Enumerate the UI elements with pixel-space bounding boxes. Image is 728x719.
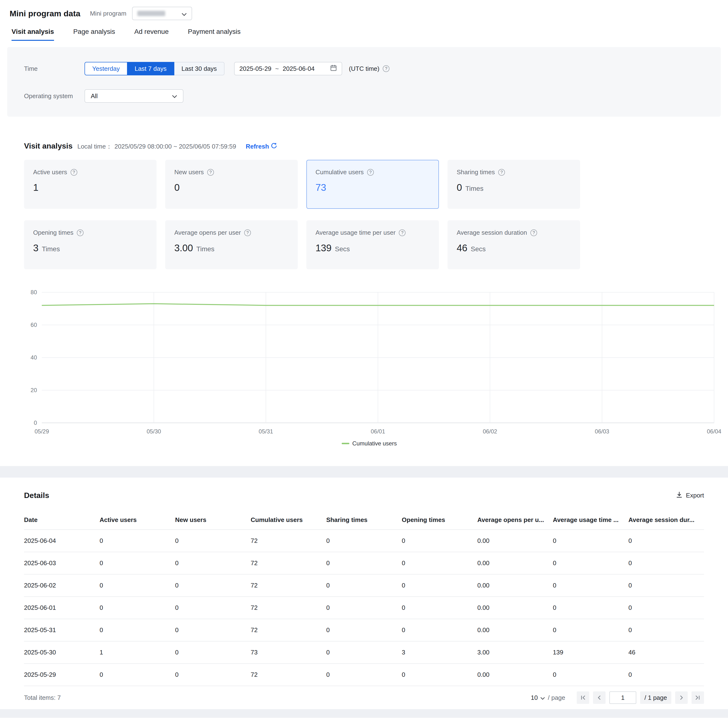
metric-card-opening-times[interactable]: Opening times?3Times bbox=[24, 220, 156, 269]
table-cell: 0 bbox=[326, 530, 402, 552]
table-cell: 0 bbox=[99, 597, 175, 619]
time-option-last-7-days[interactable]: Last 7 days bbox=[127, 62, 174, 75]
table-cell: 0 bbox=[629, 619, 704, 641]
last-page-button[interactable] bbox=[691, 692, 704, 704]
table-cell: 0 bbox=[326, 574, 402, 597]
svg-text:06/01: 06/01 bbox=[371, 428, 385, 435]
page-input[interactable] bbox=[609, 692, 636, 704]
chevron-down-icon bbox=[540, 694, 545, 701]
time-option-last-30-days[interactable]: Last 30 days bbox=[174, 62, 225, 75]
section-gap bbox=[0, 466, 728, 478]
date-range-picker[interactable]: 2025-05-29~2025-06-04 bbox=[234, 62, 342, 75]
metric-card-average-opens-per-user[interactable]: Average opens per user?3.00Times bbox=[165, 220, 298, 269]
total-items-label: Total items: 7 bbox=[24, 694, 61, 701]
table-row: 2025-06-020072000.0000 bbox=[24, 574, 704, 597]
page-size-value: 10 bbox=[531, 694, 538, 701]
table-cell: 0 bbox=[629, 574, 704, 597]
metric-card-sharing-times[interactable]: Sharing times?0Times bbox=[448, 160, 580, 209]
date-end: 2025-06-04 bbox=[283, 65, 315, 72]
table-cell: 2025-06-04 bbox=[24, 530, 99, 552]
table-cell: 0 bbox=[175, 574, 251, 597]
table-row: 2025-05-310072000.0000 bbox=[24, 619, 704, 641]
date-start: 2025-05-29 bbox=[239, 65, 271, 72]
prev-page-button[interactable] bbox=[593, 692, 606, 704]
help-icon[interactable]: ? bbox=[70, 169, 77, 176]
details-title: Details bbox=[24, 491, 49, 500]
metric-label-row: Active users? bbox=[33, 168, 147, 176]
metric-card-new-users[interactable]: New users?0 bbox=[165, 160, 298, 209]
time-option-yesterday[interactable]: Yesterday bbox=[84, 62, 127, 75]
metric-label-row: Average session duration? bbox=[457, 229, 571, 237]
export-button[interactable]: Export bbox=[676, 491, 704, 500]
tab-payment-analysis[interactable]: Payment analysis bbox=[188, 28, 240, 41]
metric-card-cumulative-users[interactable]: Cumulative users?73 bbox=[306, 160, 439, 209]
page-nav: / 1 page bbox=[577, 692, 704, 704]
column-header-average-opens-per-u: Average opens per u... bbox=[477, 510, 553, 530]
os-filter-row: Operating system All bbox=[7, 89, 721, 103]
metric-label-row: New users? bbox=[174, 168, 289, 176]
metric-value: 1 bbox=[33, 182, 38, 193]
chart-legend[interactable]: Cumulative users bbox=[23, 440, 716, 447]
table-cell: 0.00 bbox=[477, 597, 553, 619]
help-icon[interactable]: ? bbox=[367, 169, 374, 176]
table-cell: 0 bbox=[553, 530, 629, 552]
table-cell: 0 bbox=[629, 664, 704, 686]
table-cell: 139 bbox=[553, 641, 629, 664]
table-cell: 0 bbox=[629, 597, 704, 619]
metric-unit: Times bbox=[42, 245, 60, 253]
legend-swatch bbox=[342, 443, 349, 444]
table-cell: 0 bbox=[175, 552, 251, 574]
table-cell: 0 bbox=[99, 552, 175, 574]
page: Mini program data Mini program Visit ana… bbox=[0, 0, 728, 718]
table-cell: 0 bbox=[175, 530, 251, 552]
metric-label: Average usage time per user bbox=[315, 229, 395, 237]
help-icon[interactable]: ? bbox=[498, 169, 505, 176]
utc-help-icon[interactable]: ? bbox=[383, 65, 390, 72]
metric-unit: Times bbox=[196, 245, 214, 253]
metric-value: 139 bbox=[315, 243, 332, 253]
visit-analysis-header: Visit analysis Local time：2025/05/29 08:… bbox=[24, 142, 704, 151]
help-icon[interactable]: ? bbox=[207, 169, 214, 176]
utc-time-label: (UTC time) bbox=[349, 65, 379, 72]
help-icon[interactable]: ? bbox=[244, 229, 251, 236]
legend-label: Cumulative users bbox=[352, 440, 397, 447]
metric-label: Active users bbox=[33, 168, 67, 176]
metric-card-average-usage-time-per-user[interactable]: Average usage time per user?139Secs bbox=[306, 220, 439, 269]
help-icon[interactable]: ? bbox=[77, 229, 84, 236]
help-icon[interactable]: ? bbox=[531, 229, 537, 236]
svg-text:40: 40 bbox=[31, 354, 37, 361]
os-filter-label: Operating system bbox=[24, 92, 84, 100]
table-cell: 0 bbox=[629, 552, 704, 574]
mini-program-value-redacted bbox=[137, 11, 165, 16]
metric-value: 73 bbox=[315, 182, 326, 193]
mini-program-select[interactable] bbox=[132, 7, 192, 20]
table-cell: 0 bbox=[402, 530, 477, 552]
tab-ad-revenue[interactable]: Ad revenue bbox=[134, 28, 168, 41]
table-cell: 2025-06-03 bbox=[24, 552, 99, 574]
metric-label: Sharing times bbox=[457, 168, 495, 176]
table-cell: 0.00 bbox=[477, 574, 553, 597]
page-total-label: / 1 page bbox=[640, 692, 671, 704]
metric-card-average-session-duration[interactable]: Average session duration?46Secs bbox=[448, 220, 580, 269]
table-cell: 2025-06-02 bbox=[24, 574, 99, 597]
svg-text:80: 80 bbox=[31, 289, 37, 295]
os-select[interactable]: All bbox=[84, 89, 184, 103]
column-header-cumulative-users: Cumulative users bbox=[251, 510, 326, 530]
download-icon bbox=[676, 491, 683, 500]
first-page-button[interactable] bbox=[577, 692, 589, 704]
metric-value: 46 bbox=[457, 243, 468, 253]
table-cell: 0 bbox=[326, 619, 402, 641]
refresh-button[interactable]: Refresh bbox=[246, 142, 277, 151]
next-page-button[interactable] bbox=[675, 692, 688, 704]
table-cell: 2025-05-30 bbox=[24, 641, 99, 664]
help-icon[interactable]: ? bbox=[399, 229, 405, 236]
table-cell: 0 bbox=[553, 619, 629, 641]
page-size-select[interactable]: 10 bbox=[531, 694, 545, 701]
tab-page-analysis[interactable]: Page analysis bbox=[73, 28, 115, 41]
tab-visit-analysis[interactable]: Visit analysis bbox=[12, 28, 54, 41]
metric-card-active-users[interactable]: Active users?1 bbox=[24, 160, 156, 209]
table-cell: 72 bbox=[251, 530, 326, 552]
metric-unit: Times bbox=[465, 185, 483, 192]
svg-text:05/31: 05/31 bbox=[258, 428, 273, 435]
metric-value: 0 bbox=[457, 182, 462, 193]
